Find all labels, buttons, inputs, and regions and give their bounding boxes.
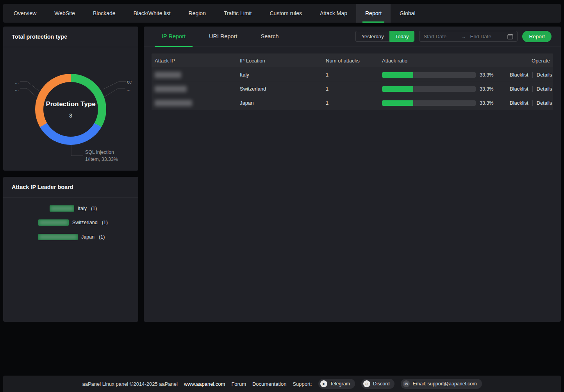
yesterday-button[interactable]: Yesterday	[355, 31, 389, 42]
footer-copyright: aaPanel Linux panel ©2014-2025 aaPanel	[82, 381, 178, 387]
start-date-input[interactable]	[423, 34, 457, 39]
donut-callout-sql-injection: SQL injection 1/Item, 33.33%	[85, 149, 118, 163]
end-date-input[interactable]	[470, 34, 503, 39]
leaderboard-country: Japan	[81, 234, 95, 240]
leaderboard-count: (1)	[91, 206, 97, 211]
cell-ip-location: Switzerland	[240, 86, 326, 92]
nav-item-blockade[interactable]: Blockade	[84, 4, 125, 23]
nav-item-report[interactable]: Report	[356, 4, 391, 23]
donut-callout-title: SQL injection	[85, 149, 118, 156]
table-row: Japan 1 33.3% Blacklist Details	[152, 96, 553, 110]
col-header-ip-location: IP Location	[240, 58, 326, 64]
calendar-icon[interactable]	[507, 34, 513, 39]
tab-search[interactable]: Search	[259, 27, 280, 46]
discord-button[interactable]: ☺ Discord	[361, 379, 394, 389]
cell-num-attacks: 1	[326, 72, 382, 78]
nav-item-overview[interactable]: Overview	[5, 4, 45, 23]
attack-ratio-fill	[382, 86, 413, 92]
top-nav: Overview WebSite Blockade Black/White li…	[3, 4, 561, 23]
donut-label-left-bottom: ...	[15, 86, 19, 92]
leaderboard-item: Switzerland (1)	[38, 219, 108, 226]
donut-center-value: 3	[69, 112, 72, 119]
cell-operate: Blacklist Details	[493, 72, 552, 78]
leaderboard-item: Italy (1)	[50, 205, 97, 212]
operate-divider	[532, 72, 533, 78]
attack-ip-leaderboard-card: Attack IP Leader board Italy (1) Switzer…	[3, 177, 138, 322]
card-title: Attack IP Leader board	[3, 177, 138, 198]
footer: aaPanel Linux panel ©2014-2025 aaPanel w…	[3, 376, 561, 392]
blacklist-link[interactable]: Blacklist	[510, 86, 528, 92]
attack-ratio-label: 33.3%	[480, 86, 493, 92]
cell-operate: Blacklist Details	[493, 100, 552, 106]
blurred-ip	[50, 206, 73, 211]
table-body: Italy 1 33.3% Blacklist Details Switzerl…	[152, 68, 553, 110]
nav-item-region[interactable]: Region	[180, 4, 215, 23]
col-header-attack-ip: Attack IP	[155, 58, 240, 64]
table-row: Switzerland 1 33.3% Blacklist Details	[152, 82, 553, 96]
table-header-row: Attack IP IP Location Num of attacks Att…	[152, 53, 553, 68]
date-range-picker[interactable]: →	[419, 31, 518, 42]
footer-forum-link[interactable]: Forum	[231, 381, 246, 387]
blurred-attack-ip	[155, 86, 187, 92]
nav-item-attack-map[interactable]: Attack Map	[311, 4, 356, 23]
donut-center-title: Protection Type	[46, 100, 95, 108]
attack-ratio-label: 33.3%	[480, 72, 493, 78]
leaderboard-bar	[50, 205, 74, 212]
col-header-operate: Operate	[491, 58, 550, 64]
cell-attack-ratio: 33.3%	[382, 72, 493, 78]
telegram-label: Telegram	[330, 381, 350, 387]
leaderboard-count: (1)	[102, 220, 108, 225]
report-panel-header: IP Report URI Report Search Yesterday To…	[144, 27, 561, 46]
blacklist-link[interactable]: Blacklist	[510, 100, 528, 106]
footer-support-label: Support:	[293, 381, 312, 387]
cell-ip-location: Italy	[240, 72, 326, 78]
nav-item-traffic-limit[interactable]: Traffic Limit	[215, 4, 261, 23]
attack-ratio-track	[382, 72, 476, 78]
telegram-button[interactable]: ➤ Telegram	[318, 379, 355, 389]
cell-attack-ratio: 33.3%	[382, 100, 493, 106]
cell-attack-ratio: 33.3%	[382, 86, 493, 92]
leaderboard-item: Japan (1)	[38, 233, 105, 241]
discord-icon: ☺	[363, 380, 370, 387]
cell-ip-location: Japan	[240, 100, 326, 106]
details-link[interactable]: Details	[537, 72, 552, 78]
tab-uri-report[interactable]: URI Report	[207, 27, 239, 46]
telegram-icon: ➤	[320, 380, 327, 387]
email-label: Email: support@aapanel.com	[412, 381, 477, 387]
table-row: Italy 1 33.3% Blacklist Details	[152, 68, 553, 82]
report-button[interactable]: Report	[522, 31, 552, 42]
blurred-ip	[39, 220, 68, 225]
blacklist-link[interactable]: Blacklist	[510, 72, 528, 78]
blurred-attack-ip	[155, 72, 181, 78]
operate-divider	[532, 100, 533, 106]
donut-label-right-top: cc	[127, 79, 132, 85]
donut-callout-value: 1/Item, 33.33%	[85, 156, 118, 163]
details-link[interactable]: Details	[537, 100, 552, 106]
footer-site-link[interactable]: www.aapanel.com	[184, 381, 225, 387]
attack-report-table: Attack IP IP Location Num of attacks Att…	[152, 53, 553, 110]
blurred-attack-ip	[155, 100, 192, 106]
details-link[interactable]: Details	[537, 86, 552, 92]
col-header-num-attacks: Num of attacks	[326, 58, 382, 64]
leaderboard-count: (1)	[99, 234, 105, 240]
attack-ratio-label: 33.3%	[480, 100, 493, 106]
nav-item-global[interactable]: Global	[391, 4, 424, 23]
blurred-ip	[39, 235, 77, 239]
total-protection-type-card: Total protection type Protection Type 3 …	[3, 27, 138, 171]
leaderboard-bar	[38, 234, 78, 240]
attack-ratio-track	[382, 100, 476, 106]
discord-label: Discord	[373, 381, 389, 387]
nav-item-black-white-list[interactable]: Black/White list	[125, 4, 180, 23]
email-icon: ✉	[403, 380, 410, 387]
col-header-attack-ratio: Attack ratio	[382, 58, 491, 64]
nav-item-custom-rules[interactable]: Custom rules	[261, 4, 311, 23]
operate-divider	[532, 86, 533, 92]
leaderboard-bar	[38, 219, 69, 226]
report-controls: Yesterday Today → Report	[355, 31, 552, 42]
footer-docs-link[interactable]: Documentation	[252, 381, 286, 387]
leaderboard-country: Switzerland	[72, 220, 98, 225]
today-button[interactable]: Today	[389, 31, 415, 42]
tab-ip-report[interactable]: IP Report	[160, 27, 187, 46]
email-button[interactable]: ✉ Email: support@aapanel.com	[401, 379, 482, 389]
nav-item-website[interactable]: WebSite	[45, 4, 84, 23]
